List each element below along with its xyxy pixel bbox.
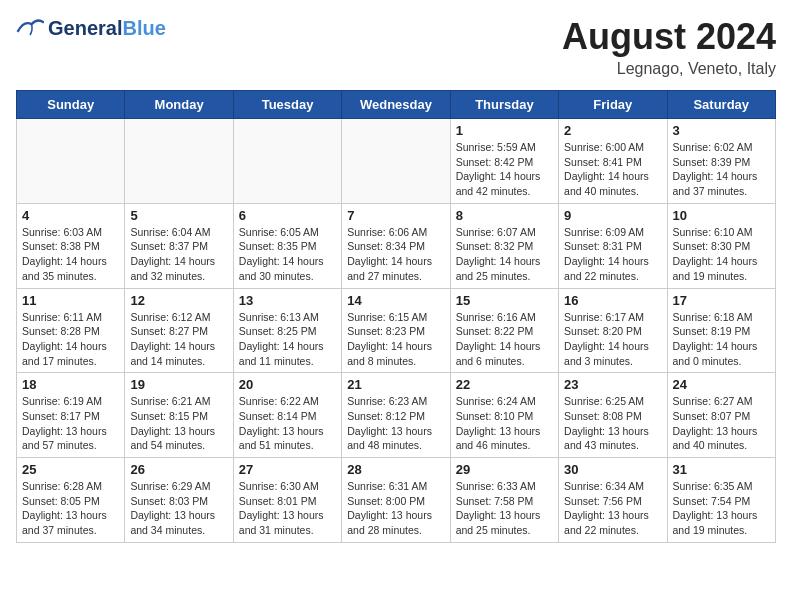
day-cell: 7Sunrise: 6:06 AM Sunset: 8:34 PM Daylig… — [342, 203, 450, 288]
day-cell: 14Sunrise: 6:15 AM Sunset: 8:23 PM Dayli… — [342, 288, 450, 373]
day-header-thursday: Thursday — [450, 91, 558, 119]
day-info: Sunrise: 5:59 AM Sunset: 8:42 PM Dayligh… — [456, 140, 553, 199]
day-info: Sunrise: 6:13 AM Sunset: 8:25 PM Dayligh… — [239, 310, 336, 369]
day-info: Sunrise: 6:31 AM Sunset: 8:00 PM Dayligh… — [347, 479, 444, 538]
day-info: Sunrise: 6:23 AM Sunset: 8:12 PM Dayligh… — [347, 394, 444, 453]
day-cell: 26Sunrise: 6:29 AM Sunset: 8:03 PM Dayli… — [125, 458, 233, 543]
day-number: 22 — [456, 377, 553, 392]
day-info: Sunrise: 6:19 AM Sunset: 8:17 PM Dayligh… — [22, 394, 119, 453]
day-number: 21 — [347, 377, 444, 392]
calendar-title: August 2024 — [562, 16, 776, 58]
day-number: 26 — [130, 462, 227, 477]
day-info: Sunrise: 6:05 AM Sunset: 8:35 PM Dayligh… — [239, 225, 336, 284]
days-header-row: SundayMondayTuesdayWednesdayThursdayFrid… — [17, 91, 776, 119]
day-number: 10 — [673, 208, 770, 223]
day-cell: 31Sunrise: 6:35 AM Sunset: 7:54 PM Dayli… — [667, 458, 775, 543]
day-info: Sunrise: 6:00 AM Sunset: 8:41 PM Dayligh… — [564, 140, 661, 199]
day-number: 9 — [564, 208, 661, 223]
day-cell: 20Sunrise: 6:22 AM Sunset: 8:14 PM Dayli… — [233, 373, 341, 458]
day-info: Sunrise: 6:06 AM Sunset: 8:34 PM Dayligh… — [347, 225, 444, 284]
day-header-monday: Monday — [125, 91, 233, 119]
day-cell — [233, 119, 341, 204]
day-number: 19 — [130, 377, 227, 392]
day-info: Sunrise: 6:28 AM Sunset: 8:05 PM Dayligh… — [22, 479, 119, 538]
logo-icon — [16, 16, 44, 40]
day-number: 2 — [564, 123, 661, 138]
day-info: Sunrise: 6:02 AM Sunset: 8:39 PM Dayligh… — [673, 140, 770, 199]
day-header-friday: Friday — [559, 91, 667, 119]
day-number: 3 — [673, 123, 770, 138]
day-info: Sunrise: 6:10 AM Sunset: 8:30 PM Dayligh… — [673, 225, 770, 284]
day-number: 20 — [239, 377, 336, 392]
day-number: 1 — [456, 123, 553, 138]
day-cell — [125, 119, 233, 204]
day-header-wednesday: Wednesday — [342, 91, 450, 119]
day-info: Sunrise: 6:35 AM Sunset: 7:54 PM Dayligh… — [673, 479, 770, 538]
day-cell: 4Sunrise: 6:03 AM Sunset: 8:38 PM Daylig… — [17, 203, 125, 288]
day-number: 24 — [673, 377, 770, 392]
day-number: 8 — [456, 208, 553, 223]
day-info: Sunrise: 6:12 AM Sunset: 8:27 PM Dayligh… — [130, 310, 227, 369]
day-number: 11 — [22, 293, 119, 308]
day-number: 25 — [22, 462, 119, 477]
day-info: Sunrise: 6:25 AM Sunset: 8:08 PM Dayligh… — [564, 394, 661, 453]
day-cell: 25Sunrise: 6:28 AM Sunset: 8:05 PM Dayli… — [17, 458, 125, 543]
day-cell: 10Sunrise: 6:10 AM Sunset: 8:30 PM Dayli… — [667, 203, 775, 288]
calendar-subtitle: Legnago, Veneto, Italy — [562, 60, 776, 78]
day-cell: 24Sunrise: 6:27 AM Sunset: 8:07 PM Dayli… — [667, 373, 775, 458]
week-row-5: 25Sunrise: 6:28 AM Sunset: 8:05 PM Dayli… — [17, 458, 776, 543]
day-cell: 12Sunrise: 6:12 AM Sunset: 8:27 PM Dayli… — [125, 288, 233, 373]
day-cell: 1Sunrise: 5:59 AM Sunset: 8:42 PM Daylig… — [450, 119, 558, 204]
day-info: Sunrise: 6:17 AM Sunset: 8:20 PM Dayligh… — [564, 310, 661, 369]
day-number: 12 — [130, 293, 227, 308]
day-cell: 28Sunrise: 6:31 AM Sunset: 8:00 PM Dayli… — [342, 458, 450, 543]
calendar-table: SundayMondayTuesdayWednesdayThursdayFrid… — [16, 90, 776, 543]
title-area: August 2024 Legnago, Veneto, Italy — [562, 16, 776, 78]
day-info: Sunrise: 6:15 AM Sunset: 8:23 PM Dayligh… — [347, 310, 444, 369]
day-number: 16 — [564, 293, 661, 308]
day-info: Sunrise: 6:30 AM Sunset: 8:01 PM Dayligh… — [239, 479, 336, 538]
day-number: 5 — [130, 208, 227, 223]
day-cell: 30Sunrise: 6:34 AM Sunset: 7:56 PM Dayli… — [559, 458, 667, 543]
day-cell: 16Sunrise: 6:17 AM Sunset: 8:20 PM Dayli… — [559, 288, 667, 373]
day-cell: 6Sunrise: 6:05 AM Sunset: 8:35 PM Daylig… — [233, 203, 341, 288]
logo-text: GeneralBlue — [48, 17, 166, 39]
day-cell: 23Sunrise: 6:25 AM Sunset: 8:08 PM Dayli… — [559, 373, 667, 458]
day-cell — [17, 119, 125, 204]
day-header-sunday: Sunday — [17, 91, 125, 119]
day-number: 15 — [456, 293, 553, 308]
day-info: Sunrise: 6:34 AM Sunset: 7:56 PM Dayligh… — [564, 479, 661, 538]
day-cell: 5Sunrise: 6:04 AM Sunset: 8:37 PM Daylig… — [125, 203, 233, 288]
day-info: Sunrise: 6:04 AM Sunset: 8:37 PM Dayligh… — [130, 225, 227, 284]
day-info: Sunrise: 6:27 AM Sunset: 8:07 PM Dayligh… — [673, 394, 770, 453]
day-info: Sunrise: 6:29 AM Sunset: 8:03 PM Dayligh… — [130, 479, 227, 538]
day-cell: 29Sunrise: 6:33 AM Sunset: 7:58 PM Dayli… — [450, 458, 558, 543]
day-number: 4 — [22, 208, 119, 223]
day-cell: 19Sunrise: 6:21 AM Sunset: 8:15 PM Dayli… — [125, 373, 233, 458]
day-info: Sunrise: 6:18 AM Sunset: 8:19 PM Dayligh… — [673, 310, 770, 369]
day-number: 28 — [347, 462, 444, 477]
day-cell: 11Sunrise: 6:11 AM Sunset: 8:28 PM Dayli… — [17, 288, 125, 373]
week-row-4: 18Sunrise: 6:19 AM Sunset: 8:17 PM Dayli… — [17, 373, 776, 458]
logo: GeneralBlue — [16, 16, 166, 40]
day-header-saturday: Saturday — [667, 91, 775, 119]
day-cell: 13Sunrise: 6:13 AM Sunset: 8:25 PM Dayli… — [233, 288, 341, 373]
day-info: Sunrise: 6:07 AM Sunset: 8:32 PM Dayligh… — [456, 225, 553, 284]
day-number: 6 — [239, 208, 336, 223]
week-row-3: 11Sunrise: 6:11 AM Sunset: 8:28 PM Dayli… — [17, 288, 776, 373]
day-cell: 18Sunrise: 6:19 AM Sunset: 8:17 PM Dayli… — [17, 373, 125, 458]
day-number: 23 — [564, 377, 661, 392]
day-cell — [342, 119, 450, 204]
day-info: Sunrise: 6:11 AM Sunset: 8:28 PM Dayligh… — [22, 310, 119, 369]
day-info: Sunrise: 6:03 AM Sunset: 8:38 PM Dayligh… — [22, 225, 119, 284]
week-row-1: 1Sunrise: 5:59 AM Sunset: 8:42 PM Daylig… — [17, 119, 776, 204]
day-info: Sunrise: 6:09 AM Sunset: 8:31 PM Dayligh… — [564, 225, 661, 284]
day-cell: 17Sunrise: 6:18 AM Sunset: 8:19 PM Dayli… — [667, 288, 775, 373]
day-number: 7 — [347, 208, 444, 223]
day-cell: 9Sunrise: 6:09 AM Sunset: 8:31 PM Daylig… — [559, 203, 667, 288]
day-info: Sunrise: 6:24 AM Sunset: 8:10 PM Dayligh… — [456, 394, 553, 453]
day-cell: 21Sunrise: 6:23 AM Sunset: 8:12 PM Dayli… — [342, 373, 450, 458]
day-number: 30 — [564, 462, 661, 477]
day-number: 27 — [239, 462, 336, 477]
day-info: Sunrise: 6:22 AM Sunset: 8:14 PM Dayligh… — [239, 394, 336, 453]
